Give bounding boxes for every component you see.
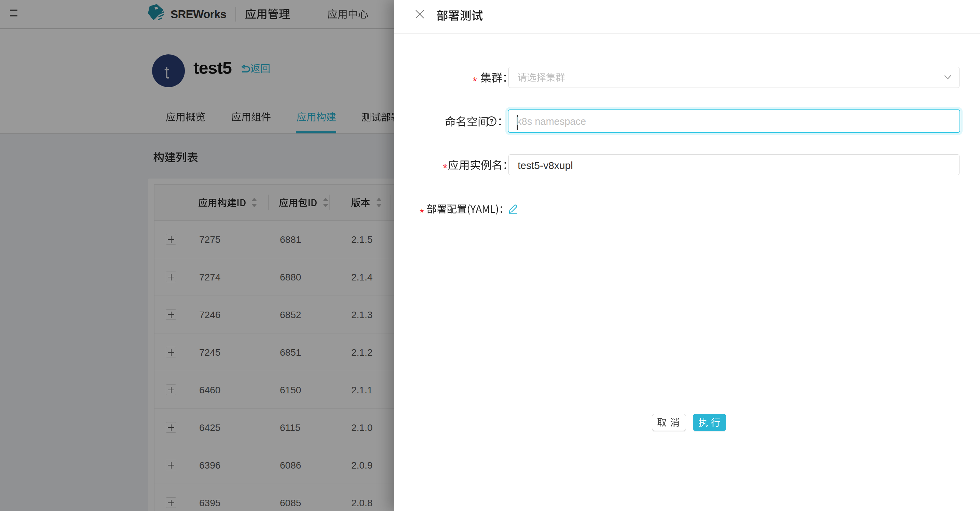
svg-text:?: ? [490,118,494,125]
